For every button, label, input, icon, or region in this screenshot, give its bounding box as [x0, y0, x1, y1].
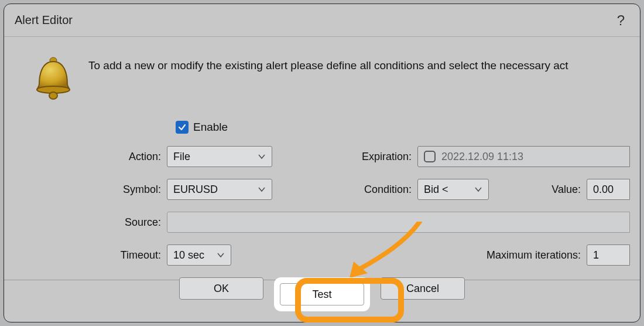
timeout-select[interactable]: 10 sec — [167, 244, 231, 266]
condition-value: Bid < — [424, 184, 448, 196]
chevron-down-icon — [258, 152, 266, 161]
symbol-select[interactable]: EURUSD — [167, 179, 272, 200]
enable-row: Enable — [85, 114, 629, 140]
max-iterations-value: 1 — [593, 249, 599, 262]
test-button[interactable]: Test — [280, 283, 364, 305]
bell-icon — [32, 53, 74, 100]
intro-text: To add a new or modify the existing aler… — [88, 53, 568, 72]
svg-point-2 — [49, 92, 57, 99]
intro-row: To add a new or modify the existing aler… — [15, 47, 629, 111]
action-row: Action: File Expiration: 2022.12.09 11:1… — [85, 140, 629, 173]
source-label: Source: — [85, 216, 167, 229]
dialog-title: Alert Editor — [15, 13, 73, 27]
action-value: File — [173, 151, 190, 163]
button-row: OK Test Cancel — [4, 277, 640, 311]
enable-checkbox[interactable] — [176, 121, 189, 134]
value-label: Value: — [546, 184, 587, 196]
symbol-row: Symbol: EURUSD Condition: Bid < Value: — [85, 173, 629, 206]
enable-label: Enable — [193, 121, 228, 134]
action-select[interactable]: File — [167, 146, 272, 167]
max-iterations-label: Maximum iterations: — [487, 249, 587, 262]
symbol-value: EURUSD — [173, 184, 218, 196]
chevron-down-icon — [217, 250, 225, 260]
timeout-label: Timeout: — [85, 249, 167, 262]
help-button[interactable]: ? — [612, 12, 629, 29]
ok-label: OK — [214, 283, 229, 295]
test-button-highlight: Test — [274, 277, 370, 311]
form-area: Enable Action: File Expiration: 2022.12.… — [15, 111, 629, 271]
expiration-checkbox[interactable] — [424, 151, 436, 162]
chevron-down-icon — [258, 185, 266, 194]
expiration-value: 2022.12.09 11:13 — [441, 151, 523, 163]
action-label: Action: — [85, 151, 167, 163]
ok-button[interactable]: OK — [179, 277, 263, 300]
test-label: Test — [312, 288, 331, 301]
condition-select[interactable]: Bid < — [417, 179, 489, 200]
value-value: 0.00 — [593, 184, 614, 196]
timeout-row: Timeout: 10 sec Maximum iterations: 1 — [85, 239, 629, 271]
cancel-label: Cancel — [406, 283, 439, 295]
dialog-content: To add a new or modify the existing aler… — [4, 37, 640, 280]
timeout-value: 10 sec — [173, 249, 204, 262]
max-iterations-input[interactable]: 1 — [587, 244, 630, 266]
symbol-label: Symbol: — [85, 184, 167, 196]
value-input[interactable]: 0.00 — [587, 179, 630, 200]
cancel-button[interactable]: Cancel — [381, 277, 465, 300]
chevron-down-icon — [474, 185, 482, 194]
condition-label: Condition: — [353, 184, 417, 196]
source-row: Source: — [85, 206, 629, 239]
alert-editor-dialog: Alert Editor ? — [4, 4, 640, 322]
expiration-field[interactable]: 2022.12.09 11:13 — [417, 146, 630, 167]
titlebar: Alert Editor ? — [4, 4, 640, 37]
source-field[interactable] — [167, 212, 630, 233]
expiration-label: Expiration: — [353, 151, 417, 163]
